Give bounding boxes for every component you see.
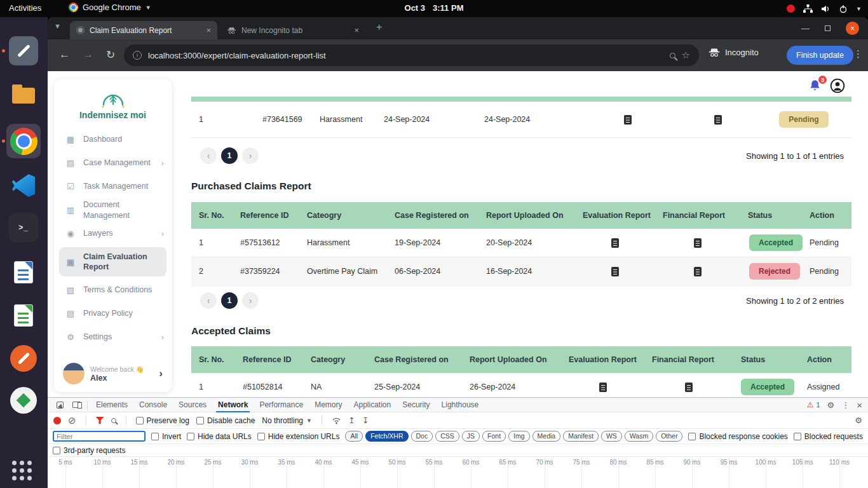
sidebar-item-claim-evaluation-report[interactable]: ▣Claim Evaluation Report: [59, 247, 166, 276]
maximize-button[interactable]: [825, 25, 831, 31]
devtools-tab-sources[interactable]: Sources: [173, 398, 212, 412]
devtools-tab-application[interactable]: Application: [348, 398, 397, 412]
dock-item-text-editor[interactable]: [9, 36, 38, 65]
sidebar-item-dashboard[interactable]: ▦Dashboard: [54, 128, 172, 151]
third-party-requests-checkbox[interactable]: 3rd-party requests: [53, 446, 125, 455]
financial-report-doc-icon[interactable]: [694, 238, 702, 248]
devtools-tab-memory[interactable]: Memory: [309, 398, 348, 412]
disable-cache-checkbox[interactable]: Disable cache: [196, 416, 255, 425]
filter-chip-css[interactable]: CSS: [435, 431, 459, 442]
sidebar-item-terms-conditions[interactable]: ▧Terms & Conditions: [54, 278, 172, 302]
warning-icon[interactable]: ⚠: [807, 400, 814, 409]
activities-button[interactable]: Activities: [9, 3, 41, 13]
network-filter-input[interactable]: [53, 431, 146, 442]
forward-icon[interactable]: →: [83, 48, 93, 61]
dock-item-libreoffice-calc[interactable]: [9, 301, 38, 330]
filter-chip-manifest[interactable]: Manifest: [563, 431, 599, 442]
devtools-tab-network[interactable]: Network: [212, 398, 254, 412]
site-info-icon[interactable]: i: [133, 51, 142, 60]
network-timeline-ruler[interactable]: 5 ms10 ms15 ms20 ms25 ms30 ms35 ms40 ms4…: [48, 457, 868, 488]
dock-item-libreoffice-writer[interactable]: [9, 257, 38, 287]
sidebar-user[interactable]: Welcome back 👋 Alex ›: [54, 358, 172, 384]
tab-new-incognito[interactable]: New Incognito tab ×: [220, 21, 365, 39]
bookmark-star-icon[interactable]: ☆: [682, 50, 690, 61]
prev-page-button[interactable]: ‹: [200, 292, 217, 309]
page-number-button[interactable]: 1: [221, 147, 238, 164]
blocked-response-cookies-checkbox[interactable]: Blocked response cookies: [688, 432, 787, 441]
devtools-settings-gear-icon[interactable]: ⚙: [827, 400, 835, 410]
device-toolbar-icon[interactable]: [68, 402, 85, 408]
close-window-button[interactable]: ×: [846, 22, 859, 35]
preserve-log-checkbox[interactable]: Preserve log: [136, 416, 189, 425]
show-applications-button[interactable]: [12, 461, 32, 480]
devtools-close-icon[interactable]: ×: [857, 400, 862, 410]
invert-checkbox[interactable]: Invert: [151, 432, 181, 441]
filter-chip-fetch-xhr[interactable]: Fetch/XHR: [365, 431, 408, 442]
sidebar-item-task-management[interactable]: ☑Task Management: [54, 175, 172, 198]
devtools-tab-elements[interactable]: Elements: [90, 398, 133, 412]
filter-chip-doc[interactable]: Doc: [411, 431, 433, 442]
sidebar-item-privacy-policy[interactable]: ▤Privacy Policy: [54, 302, 172, 325]
system-tray[interactable]: ▼: [787, 0, 862, 17]
evaluation-report-doc-icon[interactable]: [611, 238, 619, 248]
minimize-button[interactable]: —: [801, 24, 810, 33]
tab-claim-evaluation-report[interactable]: Claim Evaluation Report ×: [70, 21, 217, 39]
dock-item-text-pencil-app[interactable]: [9, 344, 38, 373]
new-tab-button[interactable]: +: [376, 22, 382, 32]
search-icon[interactable]: [111, 418, 116, 423]
close-icon[interactable]: ×: [354, 25, 359, 35]
financial-report-doc-icon[interactable]: [714, 115, 722, 125]
finish-update-button[interactable]: Finish update: [787, 46, 853, 65]
devtools-tab-performance[interactable]: Performance: [254, 398, 309, 412]
filter-chip-ws[interactable]: WS: [601, 431, 622, 442]
url-text[interactable]: localhost:3000/expert/claim-evaluation-r…: [148, 51, 663, 60]
network-conditions-icon[interactable]: [332, 416, 341, 424]
filter-chip-wasm[interactable]: Wasm: [625, 431, 653, 442]
financial-report-doc-icon[interactable]: [694, 267, 702, 276]
tab-search-icon[interactable]: ▼: [54, 22, 61, 30]
filter-chip-other[interactable]: Other: [656, 431, 682, 442]
export-har-icon[interactable]: ↧: [362, 416, 369, 425]
hide-extension-urls-checkbox[interactable]: Hide extension URLs: [257, 432, 340, 441]
evaluation-report-doc-icon[interactable]: [599, 383, 607, 392]
filter-chip-all[interactable]: All: [345, 431, 363, 442]
blocked-requests-checkbox[interactable]: Blocked requests: [794, 432, 863, 441]
devtools-tab-console[interactable]: Console: [133, 398, 173, 412]
throttling-dropdown[interactable]: No throttling▼: [262, 416, 312, 425]
back-icon[interactable]: ←: [59, 48, 70, 61]
page-number-button[interactable]: 1: [221, 292, 238, 309]
sidebar-item-case-management[interactable]: ▤Case Management›: [54, 151, 172, 175]
next-page-button[interactable]: ›: [242, 292, 259, 309]
evaluation-report-doc-icon[interactable]: [611, 267, 619, 276]
app-menu[interactable]: Google Chrome ▼: [69, 3, 151, 12]
financial-report-doc-icon[interactable]: [685, 383, 693, 392]
import-har-icon[interactable]: ↥: [348, 416, 355, 425]
address-bar[interactable]: i localhost:3000/expert/claim-evaluation…: [124, 44, 699, 66]
close-icon[interactable]: ×: [206, 25, 211, 35]
evaluation-report-doc-icon[interactable]: [624, 115, 632, 125]
dock-item-chrome[interactable]: [9, 126, 38, 156]
inspect-element-icon[interactable]: [51, 402, 68, 409]
clock[interactable]: Oct 3 3:11 PM: [405, 3, 464, 13]
dock-item-diamond-app[interactable]: [9, 386, 38, 415]
sidebar-item-lawyers[interactable]: ◉Lawyers›: [54, 222, 172, 245]
filter-chip-media[interactable]: Media: [532, 431, 561, 442]
dock-item-files[interactable]: [9, 79, 38, 109]
hide-data-urls-checkbox[interactable]: Hide data URLs: [187, 432, 252, 441]
chevron-right-icon[interactable]: ›: [159, 367, 163, 380]
clear-network-log-icon[interactable]: ⊘: [68, 416, 76, 425]
filter-chip-font[interactable]: Font: [482, 431, 506, 442]
devtools-tab-security[interactable]: Security: [397, 398, 435, 412]
reload-icon[interactable]: ↻: [106, 48, 115, 62]
devtools-menu-icon[interactable]: ⋮: [841, 400, 850, 410]
network-settings-gear-icon[interactable]: ⚙: [855, 416, 862, 425]
filter-funnel-icon[interactable]: [96, 417, 104, 424]
browser-menu-icon[interactable]: ⋮: [853, 48, 863, 60]
sidebar-item-document-management[interactable]: ▥Document Management: [54, 198, 172, 222]
sidebar-item-settings[interactable]: ⚙Settings›: [54, 325, 172, 349]
zoom-icon[interactable]: [670, 53, 675, 58]
filter-chip-img[interactable]: Img: [508, 431, 530, 442]
dock-item-terminal[interactable]: >_: [9, 213, 38, 242]
filter-chip-js[interactable]: JS: [462, 431, 480, 442]
next-page-button[interactable]: ›: [242, 147, 259, 164]
